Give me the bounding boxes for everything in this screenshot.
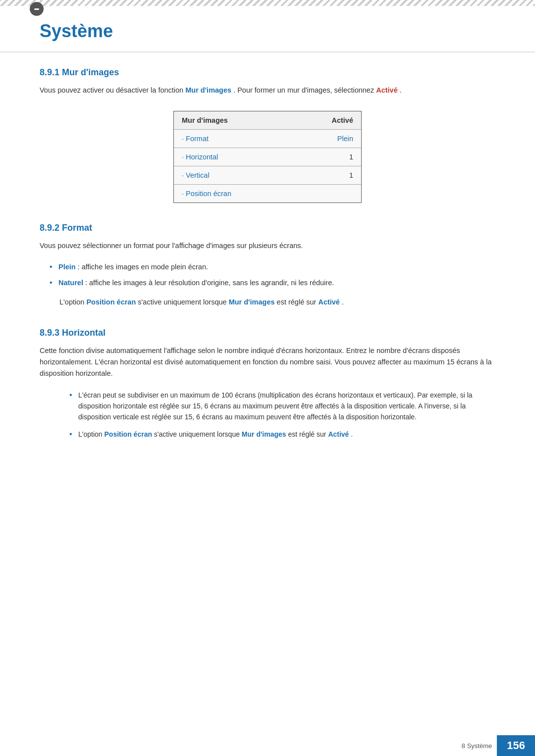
section-891: 8.9.1 Mur d'images Vous pouvez activer o… — [40, 67, 495, 203]
section-892-text: Vous pouvez sélectionner un format pour … — [40, 240, 495, 252]
page-title: Système — [40, 21, 495, 42]
bullet-plein: Plein : affiche les images en mode plein… — [50, 261, 495, 273]
section-892: 8.9.2 Format Vous pouvez sélectionner un… — [40, 223, 495, 308]
menu-value-format: Plein — [337, 135, 353, 143]
section-893: 8.9.3 Horizontal Cette fonction divise a… — [40, 328, 495, 440]
section-891-bold2: Activé — [376, 86, 398, 94]
menu-label-position: · Position écran — [182, 190, 231, 198]
footer-section-label: 8 Système — [462, 742, 492, 750]
sub-bullet-2-before: L'option — [78, 430, 105, 438]
top-decorative-stripe — [0, 0, 535, 6]
sub-bullet-2-bold3: Activé — [328, 430, 349, 438]
sub-bullet-2-mid2: est réglé sur — [288, 430, 328, 438]
menu-row-vertical: · Vertical 1 — [174, 166, 361, 185]
menu-label-mur: Mur d'images — [182, 116, 228, 124]
menu-label-vertical: · Vertical — [182, 171, 210, 179]
menu-row-horizontal: · Horizontal 1 — [174, 148, 361, 166]
section-893-heading: 8.9.3 Horizontal — [40, 328, 495, 338]
section-891-text-end: . — [400, 86, 402, 94]
bullet-plein-text: : affiche les images en mode plein écran… — [78, 263, 208, 271]
page-content: 8.9.1 Mur d'images Vous pouvez activer o… — [0, 67, 535, 440]
footer-page-number: 156 — [497, 735, 535, 756]
menu-ui-box: Mur d'images Activé · Format Plein · Hor… — [173, 111, 362, 203]
section-891-text-before: Vous pouvez activer ou désactiver la fon… — [40, 86, 183, 94]
bullet-plein-bold: Plein — [58, 263, 76, 271]
section-892-note: L'option Position écran s'active uniquem… — [59, 297, 495, 308]
section-891-bold1: Mur d'images — [185, 86, 231, 94]
sub-bullet-2-mid: s'active uniquement lorsque — [154, 430, 242, 438]
note-892-end: . — [342, 298, 344, 306]
menu-value-mur: Activé — [331, 116, 353, 124]
bullet-naturel-text: : affiche les images à leur résolution d… — [85, 279, 334, 287]
sub-bullet-2: L'option Position écran s'active uniquem… — [69, 429, 495, 440]
section-893-text: Cette fonction divise automatiquement l'… — [40, 345, 495, 380]
menu-label-format: · Format — [182, 135, 209, 143]
menu-value-horizontal: 1 — [349, 153, 353, 161]
menu-row-position: · Position écran — [174, 185, 361, 202]
page-header: Système — [0, 6, 535, 52]
section-891-text: Vous pouvez activer ou désactiver la fon… — [40, 85, 495, 96]
note-892-mid: s'active uniquement lorsque — [138, 298, 228, 306]
note-892-before: L'option — [59, 298, 86, 306]
sub-bullet-1-text: L'écran peut se subdiviser en un maximum… — [78, 391, 473, 421]
bullet-naturel: Naturel : affiche les images à leur réso… — [50, 277, 495, 289]
menu-row-format: · Format Plein — [174, 130, 361, 148]
sub-bullet-2-bold1: Position écran — [105, 430, 152, 438]
sub-bullet-2-end: . — [351, 430, 353, 438]
sub-bullet-1: L'écran peut se subdiviser en un maximum… — [69, 390, 495, 423]
top-icon — [30, 2, 44, 16]
page-footer: 8 Système 156 — [0, 735, 535, 756]
note-892-bold1: Position écran — [86, 298, 136, 306]
section-891-heading: 8.9.1 Mur d'images — [40, 67, 495, 78]
sub-bullet-2-bold2: Mur d'images — [242, 430, 286, 438]
menu-row-header: Mur d'images Activé — [174, 111, 361, 130]
bullet-naturel-bold: Naturel — [58, 279, 83, 287]
section-891-text-mid: . Pour former un mur d'images, sélection… — [233, 86, 374, 94]
note-892-mid2: est réglé sur — [277, 298, 319, 306]
menu-value-vertical: 1 — [349, 171, 353, 179]
section-893-bullets: L'écran peut se subdiviser en un maximum… — [40, 390, 495, 440]
section-892-bullets: Plein : affiche les images en mode plein… — [40, 261, 495, 288]
menu-label-horizontal: · Horizontal — [182, 153, 218, 161]
note-892-bold3: Activé — [318, 298, 340, 306]
note-892-bold2: Mur d'images — [229, 298, 275, 306]
section-892-heading: 8.9.2 Format — [40, 223, 495, 233]
